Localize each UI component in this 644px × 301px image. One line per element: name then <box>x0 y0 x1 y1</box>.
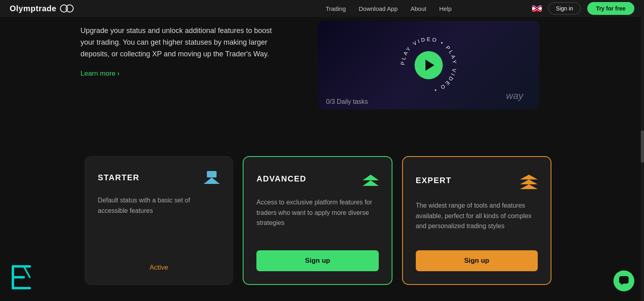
play-triangle-icon <box>425 60 434 71</box>
expert-card-description: The widest range of tools and features a… <box>416 200 538 237</box>
video-container[interactable]: PLAY VIDEO • PLAY VIDEO • way 0/3 Daily … <box>318 21 539 109</box>
expert-icon <box>520 171 538 189</box>
advanced-card-header: ADVANCED <box>256 171 378 186</box>
expert-card-title: EXPERT <box>416 176 452 185</box>
starter-card-description: Default status with a basic set of acces… <box>98 195 220 251</box>
hero-description: Upgrade your status and unlock additiona… <box>80 25 286 60</box>
try-free-button[interactable]: Try for free <box>587 2 634 15</box>
svg-marker-5 <box>363 180 379 186</box>
nav-about[interactable]: About <box>411 5 426 12</box>
logo-icon <box>60 4 74 12</box>
daily-tasks-label: Daily tasks <box>337 98 368 105</box>
advanced-icon <box>363 171 379 186</box>
learn-more-arrow-icon: › <box>117 69 120 78</box>
logo[interactable]: Olymptrade <box>10 4 74 13</box>
starter-card-title: STARTER <box>98 173 139 182</box>
svg-marker-9 <box>520 175 538 179</box>
video-overlay-text: way <box>506 90 523 101</box>
expert-card-footer: Sign up <box>416 250 538 271</box>
language-flag-icon[interactable] <box>532 5 542 12</box>
expert-card-header: EXPERT <box>416 171 538 189</box>
advanced-card-footer: Sign up <box>256 250 378 271</box>
svg-point-15 <box>621 279 623 280</box>
sign-in-button[interactable]: Sign in <box>548 2 581 14</box>
svg-rect-3 <box>207 171 217 177</box>
svg-marker-4 <box>204 177 220 184</box>
advanced-signup-button[interactable]: Sign up <box>256 250 378 271</box>
starter-card-header: STARTER <box>98 171 220 184</box>
chat-button[interactable] <box>613 270 634 291</box>
svg-point-16 <box>623 279 625 280</box>
expert-signup-button[interactable]: Sign up <box>416 250 538 271</box>
daily-tasks-text: 0/3 Daily tasks <box>326 98 368 105</box>
advanced-card-description: Access to exclusive platform features fo… <box>256 197 378 237</box>
starter-card-footer: Active <box>98 264 220 272</box>
nav-right: Sign in Try for free <box>532 2 634 15</box>
nav-help[interactable]: Help <box>439 5 452 12</box>
advanced-card: ADVANCED Access to exclusive platform fe… <box>243 156 392 285</box>
svg-marker-7 <box>520 184 538 189</box>
svg-marker-6 <box>363 175 379 180</box>
cards-section: STARTER Default status with a basic set … <box>80 156 555 285</box>
starter-icon <box>204 171 220 184</box>
starter-active-label: Active <box>150 264 168 272</box>
logo-text: Olymptrade <box>10 4 56 13</box>
play-button[interactable] <box>415 51 443 79</box>
svg-point-1 <box>66 5 73 12</box>
scrollbar-thumb[interactable] <box>641 130 644 163</box>
starter-card: STARTER Default status with a basic set … <box>85 156 233 285</box>
learn-more-text: Learn more <box>80 70 116 78</box>
learn-more-link[interactable]: Learn more › <box>80 69 286 78</box>
bottom-left-brand-icon <box>10 263 34 293</box>
scrollbar[interactable] <box>641 17 644 301</box>
navbar: Olymptrade Trading Download App About He… <box>0 0 644 17</box>
expert-card: EXPERT The widest range of tools and fea… <box>402 156 551 285</box>
svg-marker-8 <box>520 179 538 184</box>
nav-links: Trading Download App About Help <box>326 5 452 12</box>
nav-trading[interactable]: Trading <box>326 5 346 12</box>
nav-download-app[interactable]: Download App <box>359 5 398 12</box>
advanced-card-title: ADVANCED <box>256 174 306 183</box>
svg-point-17 <box>625 279 627 280</box>
